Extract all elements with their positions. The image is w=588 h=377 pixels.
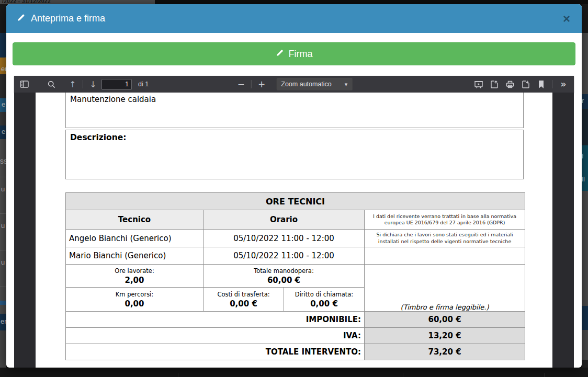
km-percorsi-label: Km percorsi: <box>69 290 200 299</box>
sidebar-toggle-icon[interactable] <box>18 78 30 90</box>
backdrop-fragment <box>582 4 588 33</box>
costi-trasferta-value: 0,00 € <box>207 299 280 309</box>
table-row: Mario Bianchi (Generico) 05/10/2022 11:0… <box>66 247 525 265</box>
backdrop-fragment <box>0 112 6 125</box>
backdrop-top-band: /2022 - 31/12/2022 <box>0 0 588 4</box>
page-number-input[interactable] <box>101 79 132 90</box>
ore-tecnici-table: ORE TECNICI Tecnico Orario I dati del ri… <box>65 192 525 360</box>
orario-value: 05/10/2022 11:00 - 12:00 <box>203 247 365 265</box>
backdrop-fragment: u <box>0 221 6 232</box>
imponibile-label: IMPONIBILE: <box>66 312 365 328</box>
toolbar-separator <box>251 80 252 88</box>
backdrop-date-range-fragment: /2022 - 31/12/2022 <box>0 0 155 4</box>
totale-manodopera-cell: Totale manodopera: 60,00 € <box>203 265 365 288</box>
page-count-label: di 1 <box>138 81 149 88</box>
km-percorsi-cell: Km percorsi: 0,00 <box>66 288 203 312</box>
backdrop-fragment <box>582 360 588 368</box>
empty-cell <box>365 247 525 265</box>
backdrop-fragment <box>0 287 6 287</box>
totale-manodopera-value: 60,00 € <box>207 276 361 285</box>
backdrop-left-strip: er e e ss u u u er <box>0 4 6 368</box>
iva-value: 13,20 € <box>365 328 525 344</box>
backdrop-fragment <box>0 74 6 98</box>
table-row: Angelo Bianchi (Generico) 05/10/2022 11:… <box>66 230 525 247</box>
close-icon[interactable]: × <box>562 13 571 25</box>
ore-lavorate-value: 2,00 <box>69 276 200 285</box>
col-header-orario: Orario <box>203 210 365 230</box>
backdrop-right-strip: r f ll <box>582 4 588 368</box>
totale-manodopera-label: Totale manodopera: <box>207 267 361 276</box>
toolbar-zoom-group: − + Zoom automatico ▾ <box>236 76 353 93</box>
backdrop-fragment: e <box>0 98 6 112</box>
backdrop-bottom-strip <box>0 368 588 377</box>
tecnico-name: Angelo Bianchi (Generico) <box>66 230 203 247</box>
pdf-toolbar: ↑ ↓ di 1 − + Zoom automatico ▾ <box>14 76 574 93</box>
backdrop-fragment <box>0 4 6 33</box>
backdrop-fragment <box>582 306 588 330</box>
backdrop-fragment: f <box>582 145 588 169</box>
pdf-viewer: ↑ ↓ di 1 − + Zoom automatico ▾ <box>14 76 574 368</box>
firma-button-label: Firma <box>289 49 313 60</box>
imponibile-row: IMPONIBILE: 60,00 € <box>66 312 525 328</box>
backdrop-fragment <box>0 330 6 368</box>
pdf-canvas-area[interactable]: Manutenzione caldaia Descrizione: ORE TE… <box>14 93 574 368</box>
zoom-level-select[interactable]: Zoom automatico ▾ <box>276 78 352 90</box>
intervento-box: Manutenzione caldaia <box>65 93 524 128</box>
intervento-text: Manutenzione caldaia <box>66 93 523 107</box>
costi-trasferta-label: Costi di trasferta: <box>207 290 280 299</box>
zoom-out-icon[interactable]: − <box>236 78 246 90</box>
modal-title: Anteprima e firma <box>17 13 105 25</box>
backdrop-fragment: u <box>0 258 6 268</box>
iva-row: IVA: 13,20 € <box>66 328 525 344</box>
chevron-down-icon: ▾ <box>345 81 348 88</box>
backdrop-fragment: u <box>0 185 6 195</box>
descrizione-label: Descrizione: <box>66 130 523 145</box>
bookmark-icon[interactable] <box>536 78 546 90</box>
backdrop-fragment: er <box>0 58 6 74</box>
download-icon[interactable] <box>520 78 532 90</box>
timbro-firma-note: (Timbro e firma leggibile.) <box>365 265 525 312</box>
tecnico-name: Mario Bianchi (Generico) <box>66 247 203 265</box>
descrizione-box: Descrizione: <box>65 130 524 179</box>
col-header-tecnico: Tecnico <box>66 210 203 230</box>
next-page-icon[interactable]: ↓ <box>88 78 98 90</box>
pencil-icon <box>276 49 284 60</box>
zoom-in-icon[interactable]: + <box>256 78 267 90</box>
table-title: ORE TECNICI <box>66 193 525 210</box>
backdrop-fragment: er <box>0 314 6 330</box>
totale-intervento-label: TOTALE INTERVENTO: <box>66 344 365 360</box>
firma-button[interactable]: Firma <box>13 42 575 65</box>
print-icon[interactable] <box>504 78 516 90</box>
backdrop-fragment: ll <box>582 169 588 191</box>
pdf-page: Manutenzione caldaia Descrizione: ORE TE… <box>36 93 552 368</box>
toolbar-separator <box>552 80 552 88</box>
gdpr-note: I dati del ricevente verrano trattati in… <box>365 210 525 230</box>
diritto-chiamata-value: 0,00 € <box>287 299 361 309</box>
km-percorsi-value: 0,00 <box>69 299 200 309</box>
previous-page-icon[interactable]: ↑ <box>67 78 78 90</box>
toolbar-left-group: ↑ ↓ di 1 <box>18 78 149 90</box>
orario-value: 05/10/2022 11:00 - 12:00 <box>203 230 365 247</box>
search-icon[interactable] <box>46 78 57 90</box>
table-title-row: ORE TECNICI <box>66 193 525 210</box>
totale-intervento-row: TOTALE INTERVENTO: 73,20 € <box>66 344 525 360</box>
modal-title-label: Anteprima e firma <box>31 13 105 24</box>
anteprima-firma-modal: Anteprima e firma × Firma <box>6 4 582 368</box>
toolbar-right-group: » <box>473 78 569 90</box>
costi-trasferta-cell: Costi di trasferta: 0,00 € <box>203 288 284 312</box>
backdrop-fragment <box>582 109 588 145</box>
modal-header: Anteprima e firma × <box>6 4 582 33</box>
backdrop-fragment <box>0 33 6 58</box>
zoom-level-value: Zoom automatico <box>281 81 332 88</box>
open-file-icon[interactable] <box>489 78 500 90</box>
diritto-chiamata-label: Diritto di chiamata: <box>287 290 361 299</box>
backdrop-fragment: r <box>582 94 588 109</box>
totale-intervento-value: 73,20 € <box>365 344 525 360</box>
dichiarazione-note: Si dichiara che i lavori sono stati eseg… <box>365 230 525 247</box>
table-header-row: Tecnico Orario I dati del ricevente verr… <box>66 210 525 230</box>
presentation-mode-icon[interactable] <box>473 78 484 90</box>
pencil-icon <box>17 13 26 25</box>
backdrop-fragment <box>0 301 6 305</box>
more-tools-icon[interactable]: » <box>558 78 569 90</box>
iva-label: IVA: <box>66 328 365 344</box>
